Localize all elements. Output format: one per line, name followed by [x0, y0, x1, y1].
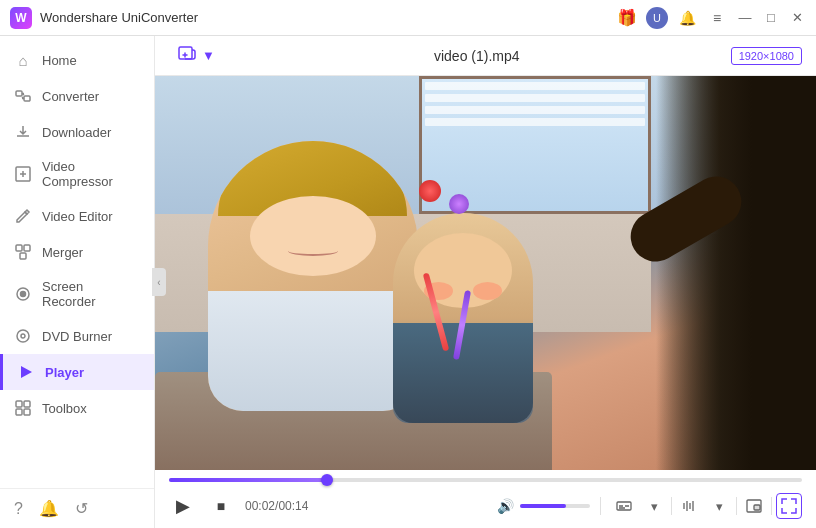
controls-bar: ▶ ■ 00:02/00:14 🔊 [155, 470, 816, 528]
sidebar-label-home: Home [42, 53, 77, 68]
blind-strip [425, 118, 644, 126]
sidebar-label-player: Player [45, 365, 84, 380]
menu-icon[interactable]: ≡ [706, 7, 728, 29]
sidebar-item-home[interactable]: ⌂ Home [0, 42, 154, 78]
sidebar-label-converter: Converter [42, 89, 99, 104]
woman-smile [288, 246, 338, 256]
maximize-button[interactable]: □ [762, 9, 780, 27]
main-layout: ⌂ Home Converter [0, 36, 816, 528]
candy-top-2 [449, 194, 469, 214]
svg-rect-4 [24, 245, 30, 251]
player-icon [17, 363, 35, 381]
title-bar: W Wondershare UniConverter 🎁 U 🔔 ≡ — □ ✕ [0, 0, 816, 36]
sidebar-label-toolbox: Toolbox [42, 401, 87, 416]
screen-recorder-icon [14, 285, 32, 303]
close-button[interactable]: ✕ [788, 9, 806, 27]
progress-fill [169, 478, 327, 482]
toolbox-icon [14, 399, 32, 417]
downloader-icon [14, 123, 32, 141]
notification-footer-icon[interactable]: 🔔 [39, 499, 59, 518]
audio-chevron[interactable]: ▾ [706, 493, 732, 519]
svg-rect-10 [16, 401, 22, 407]
caption-chevron[interactable]: ▾ [641, 493, 667, 519]
svg-rect-5 [20, 253, 26, 259]
blind-strip [425, 94, 644, 102]
volume-icon[interactable]: 🔊 [497, 498, 514, 514]
pip-button[interactable] [741, 493, 767, 519]
person-right-body [656, 76, 816, 470]
compressor-icon [14, 165, 32, 183]
controls-row: ▶ ■ 00:02/00:14 🔊 [169, 486, 802, 528]
woman-shirt [208, 291, 418, 411]
sidebar-item-video-editor[interactable]: Video Editor [0, 198, 154, 234]
player-header: ▼ video (1).mp4 1920×1080 [155, 36, 816, 76]
minimize-button[interactable]: — [736, 9, 754, 27]
home-icon: ⌂ [14, 51, 32, 69]
audio-track-button[interactable] [676, 493, 702, 519]
svg-rect-1 [24, 96, 30, 101]
title-bar-actions: 🎁 U 🔔 ≡ — □ ✕ [616, 7, 806, 29]
divider-2 [671, 497, 672, 515]
refresh-icon[interactable]: ↺ [75, 499, 88, 518]
sidebar-item-merger[interactable]: Merger [0, 234, 154, 270]
svg-point-8 [17, 330, 29, 342]
editor-icon [14, 207, 32, 225]
person-right [656, 76, 816, 470]
progress-track[interactable] [169, 478, 802, 482]
cheek-right [473, 282, 502, 300]
converter-icon [14, 87, 32, 105]
help-icon[interactable]: ? [14, 500, 23, 518]
user-avatar[interactable]: U [646, 7, 668, 29]
sidebar-item-screen-recorder[interactable]: Screen Recorder [0, 270, 154, 318]
woman-face [250, 196, 376, 276]
dvd-burner-icon [14, 327, 32, 345]
sidebar-item-player[interactable]: Player [0, 354, 154, 390]
video-container [155, 76, 816, 470]
sidebar-collapse-button[interactable]: ‹ [152, 268, 166, 296]
gift-icon[interactable]: 🎁 [616, 7, 638, 29]
merger-icon [14, 243, 32, 261]
time-display: 00:02/00:14 [245, 499, 308, 513]
progress-area [169, 470, 802, 486]
add-file-icon [177, 43, 197, 68]
svg-rect-11 [24, 401, 30, 407]
svg-point-9 [21, 334, 25, 338]
resolution-badge: 1920×1080 [731, 47, 802, 65]
window-element [419, 76, 650, 214]
video-background [155, 76, 816, 470]
fullscreen-button[interactable] [776, 493, 802, 519]
sidebar-item-converter[interactable]: Converter [0, 78, 154, 114]
sidebar-label-dvd-burner: DVD Burner [42, 329, 112, 344]
divider-3 [736, 497, 737, 515]
content-area: ▼ video (1).mp4 1920×1080 [155, 36, 816, 528]
sidebar-label-video-editor: Video Editor [42, 209, 113, 224]
caption-button[interactable] [611, 493, 637, 519]
progress-thumb[interactable] [321, 474, 333, 486]
sidebar-label-downloader: Downloader [42, 125, 111, 140]
add-file-chevron: ▼ [202, 48, 215, 63]
right-controls: ▾ ▾ [611, 493, 802, 519]
app-logo: W [10, 7, 32, 29]
volume-area: 🔊 [497, 498, 590, 514]
child-shirt [393, 323, 533, 423]
play-button[interactable]: ▶ [169, 492, 197, 520]
sidebar-item-video-compressor[interactable]: Video Compressor [0, 150, 154, 198]
sidebar-label-video-compressor: Video Compressor [42, 159, 140, 189]
divider-1 [600, 497, 601, 515]
sidebar-footer: ? 🔔 ↺ [0, 488, 154, 528]
video-frame [155, 76, 816, 470]
sidebar-item-toolbox[interactable]: Toolbox [0, 390, 154, 426]
stop-button[interactable]: ■ [207, 492, 235, 520]
woman-figure [208, 141, 418, 411]
sidebar-item-downloader[interactable]: Downloader [0, 114, 154, 150]
add-file-button[interactable]: ▼ [169, 39, 223, 72]
bell-icon[interactable]: 🔔 [676, 7, 698, 29]
sidebar-label-screen-recorder: Screen Recorder [42, 279, 140, 309]
divider-4 [771, 497, 772, 515]
file-name: video (1).mp4 [233, 48, 721, 64]
fullscreen-tooltip-container: Full Screen [776, 493, 802, 519]
sidebar-item-dvd-burner[interactable]: DVD Burner [0, 318, 154, 354]
blinds [422, 79, 647, 211]
avatar-icon: U [653, 12, 661, 24]
volume-track[interactable] [520, 504, 590, 508]
